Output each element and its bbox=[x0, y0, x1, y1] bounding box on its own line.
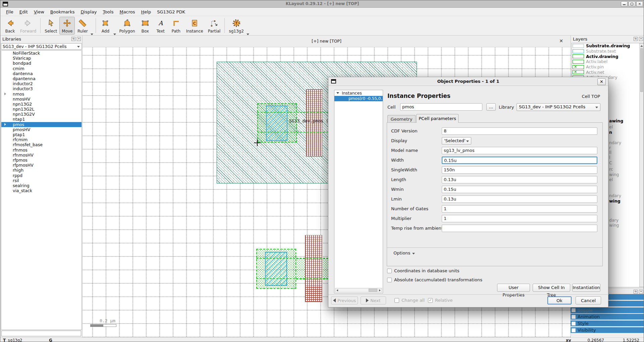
chevron-down-icon[interactable] bbox=[247, 34, 249, 35]
library-cell-pmosHV[interactable]: pmosHV bbox=[1, 127, 82, 132]
param-input-lmin[interactable]: 0.13u bbox=[442, 195, 597, 203]
menu-display[interactable]: Display bbox=[77, 8, 100, 15]
library-cell-NoFillerStack[interactable]: NoFillerStack bbox=[1, 51, 82, 56]
layer-swatch-icon[interactable] bbox=[573, 44, 584, 48]
scroll-left-icon[interactable] bbox=[336, 289, 338, 291]
path-button[interactable]: Path bbox=[168, 17, 184, 35]
float-panel-icon[interactable]: ⧉ bbox=[71, 37, 75, 41]
scrollbar-thumb[interactable] bbox=[369, 289, 377, 292]
library-filter-input[interactable] bbox=[1, 331, 81, 336]
close-panel-icon[interactable]: ✕ bbox=[77, 37, 81, 41]
menu-tools[interactable]: Tools bbox=[100, 8, 116, 15]
menu-file[interactable]: File bbox=[3, 8, 16, 15]
previous-button[interactable]: Previous bbox=[331, 296, 358, 304]
layer-swatch-icon[interactable] bbox=[573, 65, 584, 69]
param-input-number-of-gates[interactable]: 1 bbox=[442, 205, 597, 213]
toolbox-row-style[interactable]: Style bbox=[571, 321, 644, 326]
library-cell-dantenna[interactable]: dantenna bbox=[1, 71, 82, 76]
show-cell-in-tree-button[interactable]: Show Cell In Tree bbox=[533, 284, 570, 292]
layer-row-activ-drawing[interactable]: Activ.drawing bbox=[572, 54, 644, 59]
checkbox-coordinates-in-database-units[interactable]: Coordinates in database units bbox=[387, 268, 460, 273]
library-cell-dpantenna[interactable]: dpantenna bbox=[1, 76, 82, 81]
scroll-right-icon[interactable] bbox=[379, 289, 381, 291]
relative-checkbox[interactable]: ✓ Relative bbox=[428, 298, 452, 303]
instances-tree[interactable]: Instances pmos(r0 -0.55,0. bbox=[334, 90, 383, 293]
ok-button[interactable]: Ok bbox=[547, 296, 572, 304]
dialog-titlebar[interactable]: Object Properties - 1 of 1 ✕ bbox=[328, 77, 608, 86]
close-view-icon[interactable]: ✕ bbox=[559, 39, 563, 43]
menu-view[interactable]: View bbox=[31, 8, 47, 15]
menu-edit[interactable]: Edit bbox=[16, 8, 31, 15]
checkbox-icon[interactable] bbox=[572, 308, 576, 312]
library-cell-rfcmim[interactable]: rfcmim bbox=[1, 137, 82, 142]
cancel-button[interactable]: Cancel bbox=[576, 296, 601, 304]
library-cell-nmos[interactable]: nmos bbox=[1, 92, 82, 97]
layers-scrollbar[interactable] bbox=[639, 43, 644, 287]
float-panel-icon[interactable]: ⧉ bbox=[634, 290, 638, 294]
menu-macros[interactable]: Macros bbox=[116, 8, 138, 15]
library-cell-pmos[interactable]: pmos bbox=[1, 122, 82, 127]
minimize-button[interactable] bbox=[621, 1, 628, 7]
param-input-singlewidth[interactable]: 150n bbox=[442, 166, 597, 174]
param-input-cdf-version[interactable]: 8 bbox=[442, 127, 597, 135]
checkbox-icon[interactable] bbox=[572, 328, 576, 332]
layer-swatch-icon[interactable] bbox=[573, 60, 584, 64]
layer-row-substrate-drawing[interactable]: Substrate.drawing bbox=[572, 43, 644, 49]
box-button[interactable]: Box bbox=[138, 17, 153, 35]
library-cell-rsil[interactable]: rsil bbox=[1, 178, 82, 183]
instance-button[interactable]: CInstance bbox=[184, 17, 206, 35]
dialog-close-button[interactable]: ✕ bbox=[597, 78, 606, 85]
change-all-checkbox[interactable]: Change all bbox=[394, 298, 425, 303]
ruler-button[interactable]: Ruler bbox=[75, 17, 90, 35]
float-panel-icon[interactable]: ⧉ bbox=[634, 37, 638, 41]
tab-geometry[interactable]: Geometry bbox=[387, 115, 416, 123]
layer-row-activ-pin[interactable]: Activ.pin bbox=[572, 64, 644, 70]
cell-name-input[interactable]: pmos bbox=[400, 103, 482, 111]
instances-tree-root[interactable]: Instances bbox=[334, 90, 383, 96]
layer-swatch-icon[interactable] bbox=[573, 70, 584, 74]
library-cell-rfnmos[interactable]: rfnmos bbox=[1, 148, 82, 153]
instances-tree-selected-item[interactable]: pmos(r0 -0.55,0. bbox=[334, 96, 383, 101]
library-cell-inductor2[interactable]: inductor2 bbox=[1, 81, 82, 86]
library-cell-rppd[interactable]: rppd bbox=[1, 173, 82, 178]
library-cell-npn13G2L[interactable]: npn13G2L bbox=[1, 107, 82, 112]
toolbox-row-animation[interactable]: Animation bbox=[571, 314, 644, 320]
gate-region-lower[interactable] bbox=[265, 252, 287, 286]
library-cell-bondpad[interactable]: bondpad bbox=[1, 61, 82, 66]
layer-row-activ-label[interactable]: Activ.label bbox=[572, 59, 644, 64]
user-properties-button[interactable]: User Properties bbox=[497, 284, 530, 292]
param-combo-display[interactable]: 'Selected' bbox=[442, 137, 471, 145]
library-cell-cmim[interactable]: cmim bbox=[1, 66, 82, 71]
instantiation-button[interactable]: Instantiation bbox=[572, 284, 600, 292]
library-select[interactable]: SG13_dev - IHP SG13G2 Pcells bbox=[1, 43, 82, 50]
library-cell-rfpmos[interactable]: rfpmos bbox=[1, 158, 82, 163]
browse-cell-button[interactable]: ... bbox=[486, 103, 496, 111]
gate-region-upper[interactable] bbox=[266, 106, 287, 141]
library-cell-npn13G2V[interactable]: npn13G2V bbox=[1, 112, 82, 117]
close-panel-icon[interactable]: ✕ bbox=[639, 290, 643, 294]
checkbox-absolute-accumulated-transform[interactable]: Absolute (accumulated) transformations bbox=[387, 277, 482, 282]
expander-down-icon[interactable] bbox=[336, 92, 339, 94]
param-input-multiplier[interactable]: 1 bbox=[442, 215, 597, 222]
menu-bookmarks[interactable]: Bookmarks bbox=[47, 8, 78, 15]
library-cell-SVaricap[interactable]: SVaricap bbox=[1, 56, 82, 61]
polygon-button[interactable]: Polygon bbox=[117, 17, 137, 35]
layer-row-activ-net[interactable]: Activ.net bbox=[572, 69, 644, 75]
chevron-down-icon[interactable] bbox=[113, 34, 116, 35]
view-tabbar[interactable]: [+] new [TOP] ✕ bbox=[83, 36, 571, 47]
close-panel-icon[interactable]: ✕ bbox=[639, 37, 643, 41]
forward-button[interactable]: Forward bbox=[18, 17, 39, 35]
library-cell-inductor3[interactable]: inductor3 bbox=[1, 86, 82, 91]
param-input-width[interactable]: 0.15u bbox=[442, 157, 597, 164]
add-button[interactable]: Add bbox=[98, 17, 113, 35]
text-button[interactable]: AText bbox=[153, 17, 168, 35]
param-input-length[interactable]: 0.13u bbox=[442, 176, 597, 183]
move-button[interactable]: Move bbox=[59, 17, 75, 35]
tab-pcell-parameters[interactable]: PCell parameters bbox=[416, 114, 459, 123]
library-cell-via_stack[interactable]: via_stack bbox=[1, 188, 82, 193]
select-button[interactable]: Select bbox=[42, 17, 59, 35]
maximize-button[interactable] bbox=[629, 1, 635, 7]
library-cell-nmosHV[interactable]: nmosHV bbox=[1, 97, 82, 102]
menu-help[interactable]: Help bbox=[138, 8, 154, 15]
library-cell-ntap1[interactable]: ntap1 bbox=[1, 117, 82, 122]
